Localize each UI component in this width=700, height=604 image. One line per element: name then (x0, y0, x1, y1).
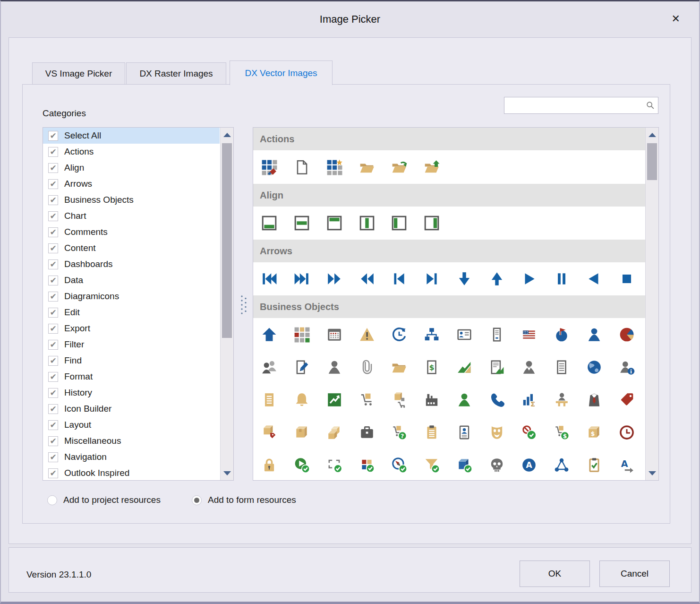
checkbox-check-icon[interactable]: ✔ (48, 243, 58, 253)
checkbox-check-icon[interactable]: ✔ (48, 259, 58, 269)
option-label[interactable]: Add to project resources (63, 495, 161, 505)
edit-note-icon[interactable] (286, 351, 318, 383)
checkbox-check-icon[interactable]: ✔ (48, 292, 58, 302)
checkbox-check-icon[interactable]: ✔ (48, 372, 58, 382)
mask-icon[interactable] (480, 416, 513, 449)
pause-icon[interactable] (546, 262, 578, 295)
checkbox-check-icon[interactable]: ✔ (48, 468, 58, 478)
org-chart-icon[interactable] (416, 318, 448, 351)
category-item[interactable]: ✔Comments (43, 224, 220, 240)
category-item[interactable]: ✔Actions (43, 144, 220, 160)
scroll-down-icon[interactable] (646, 466, 658, 480)
align-center-icon[interactable] (350, 207, 383, 240)
checkbox-check-icon[interactable]: ✔ (48, 147, 58, 157)
globe-icon[interactable] (578, 351, 611, 383)
category-item[interactable]: ✔Content (43, 240, 220, 256)
option-add-to-form-resources[interactable]: Add to form resources (192, 495, 296, 505)
checkbox-check-icon[interactable]: ✔ (48, 452, 58, 462)
cart-icon[interactable] (350, 383, 383, 416)
arrow-down-icon[interactable] (448, 262, 481, 295)
search-input[interactable] (506, 98, 645, 112)
checkbox-check-icon[interactable]: ✔ (48, 195, 58, 205)
user-info-icon[interactable]: i (610, 351, 643, 383)
compass-check-icon[interactable] (383, 449, 416, 481)
employee-icon[interactable] (578, 318, 611, 351)
checkbox-check-icon[interactable]: ✔ (48, 388, 58, 398)
category-item[interactable]: ✔Select All (43, 128, 220, 144)
checkbox-check-icon[interactable]: ✔ (48, 340, 58, 350)
category-item[interactable]: ✔Find (43, 353, 220, 369)
contact-card-icon[interactable] (448, 318, 481, 351)
play-icon[interactable] (513, 262, 546, 295)
report-icon[interactable] (480, 351, 513, 383)
category-item[interactable]: ✔Diagramicons (43, 288, 220, 304)
squares-check-icon[interactable] (350, 449, 383, 481)
approved-icon[interactable] (513, 416, 546, 449)
factory-icon[interactable] (416, 383, 448, 416)
align-middle-icon[interactable] (286, 207, 318, 240)
rewind-icon[interactable] (350, 262, 383, 295)
document-icon[interactable] (546, 351, 578, 383)
growth-icon[interactable] (448, 351, 481, 383)
pie-chart-icon[interactable] (610, 318, 643, 351)
category-item[interactable]: ✔Export (43, 320, 220, 337)
grid-new-icon[interactable] (318, 150, 351, 184)
checkbox-check-icon[interactable]: ✔ (48, 420, 58, 430)
goal-flag-icon[interactable] (546, 318, 578, 351)
checkbox-check-icon[interactable]: ✔ (48, 356, 58, 366)
scrollbar-thumb[interactable] (222, 143, 232, 338)
radio-icon[interactable] (47, 495, 57, 505)
text-export-icon[interactable]: A (610, 449, 643, 481)
customer-icon[interactable] (318, 351, 351, 383)
clipboard-icon[interactable] (416, 416, 448, 449)
cart-question-icon[interactable]: ? (383, 416, 416, 449)
reminder-icon[interactable] (286, 383, 318, 416)
warning-icon[interactable] (350, 318, 383, 351)
stop-icon[interactable] (610, 262, 643, 295)
triangle-left-icon[interactable] (578, 262, 611, 295)
next-icon[interactable] (416, 262, 448, 295)
category-item[interactable]: ✔Dashboards (43, 256, 220, 272)
attachment-icon[interactable] (350, 351, 383, 383)
skull-icon[interactable] (480, 449, 513, 481)
play-check-icon[interactable] (286, 449, 318, 481)
category-item[interactable]: ✔History (43, 385, 220, 401)
align-bottom-icon[interactable] (253, 207, 286, 240)
calendar-icon[interactable] (318, 318, 351, 351)
category-item[interactable]: ✔Format (43, 369, 220, 385)
checkbox-check-icon[interactable]: ✔ (48, 308, 58, 318)
us-flag-icon[interactable] (513, 318, 546, 351)
network-icon[interactable] (546, 449, 578, 481)
home-icon[interactable] (253, 318, 286, 351)
shipment-icon[interactable] (383, 383, 416, 416)
statistics-icon[interactable]: Σ (513, 383, 546, 416)
reception-icon[interactable] (546, 383, 578, 416)
category-item[interactable]: ✔Icon Builder (43, 401, 220, 417)
category-item[interactable]: ✔Align (43, 160, 220, 176)
open-folder-icon[interactable] (350, 150, 383, 184)
align-top-icon[interactable] (318, 207, 351, 240)
tab-dx-vector-images[interactable]: DX Vector Images (230, 60, 333, 85)
option-label[interactable]: Add to form resources (208, 495, 296, 505)
grid-erase-icon[interactable] (253, 150, 286, 184)
folder-icon[interactable] (383, 351, 416, 383)
checkbox-check-icon[interactable]: ✔ (48, 324, 58, 334)
box-check-icon[interactable] (448, 449, 481, 481)
briefcase-icon[interactable] (350, 416, 383, 449)
category-item[interactable]: ✔Outlook Inspired (43, 465, 220, 481)
ok-button[interactable]: OK (520, 561, 590, 587)
server-icon[interactable] (480, 318, 513, 351)
scroll-up-icon[interactable] (646, 128, 658, 142)
notes-icon[interactable] (253, 383, 286, 416)
category-item[interactable]: ✔Miscellaneous (43, 433, 220, 449)
checkbox-check-icon[interactable]: ✔ (48, 404, 58, 414)
checkbox-check-icon[interactable]: ✔ (48, 227, 58, 237)
search-icon[interactable] (646, 101, 655, 110)
fast-forward-icon[interactable] (318, 262, 351, 295)
folder-up-icon[interactable] (416, 150, 448, 184)
category-item[interactable]: ✔Edit (43, 304, 220, 320)
category-item[interactable]: ✔Navigation (43, 449, 220, 465)
checkbox-check-icon[interactable]: ✔ (48, 131, 58, 141)
folder-refresh-icon[interactable] (383, 150, 416, 184)
categories-scrollbar[interactable] (220, 128, 233, 480)
